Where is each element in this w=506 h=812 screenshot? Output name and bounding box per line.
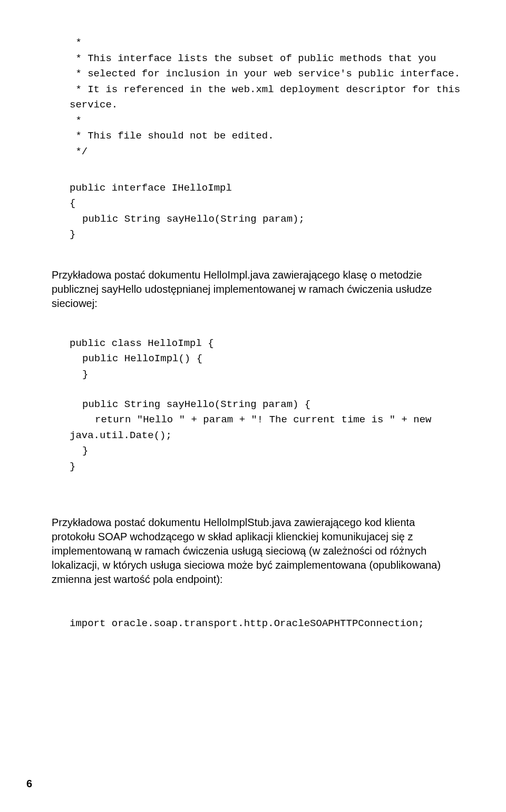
code-line: { — [52, 196, 459, 211]
document-page: * * This interface lists the subset of p… — [0, 0, 506, 812]
code-line: public String sayHello(String param) { — [52, 397, 459, 412]
code-line: * This file should not be edited. — [70, 130, 274, 142]
paragraph-2: Przykładowa postać dokumentu HelloImplSt… — [52, 516, 459, 587]
code-line: public interface IHelloImpl — [52, 181, 459, 196]
code-line: * It is referenced in the web.xml deploy… — [70, 84, 460, 95]
code-line: } — [52, 443, 459, 459]
code-line: java.util.Date(); — [52, 428, 459, 443]
code-line: * selected for inclusion in your web ser… — [70, 68, 460, 80]
code-line: return "Hello " + param + "! The current… — [52, 412, 459, 428]
code-line: public HelloImpl() { — [52, 351, 459, 367]
code-line: public String sayHello(String param); — [52, 212, 459, 227]
code-line: } — [52, 459, 459, 474]
page-number: 6 — [26, 778, 32, 790]
code-line: */ — [70, 146, 87, 157]
code-line: * — [70, 37, 82, 48]
code-line: * — [70, 115, 82, 126]
code-block-1: * * This interface lists the subset of p… — [52, 20, 459, 160]
paragraph-1: Przykładowa postać dokumentu HelloImpl.j… — [52, 268, 459, 311]
code-line: * This interface lists the subset of pub… — [70, 53, 436, 64]
code-line: } — [52, 367, 459, 382]
code-line: public class HelloImpl { — [52, 336, 459, 351]
code-line: } — [52, 227, 459, 242]
code-line: import oracle.soap.transport.http.Oracle… — [52, 616, 459, 631]
code-line: service. — [70, 99, 118, 111]
